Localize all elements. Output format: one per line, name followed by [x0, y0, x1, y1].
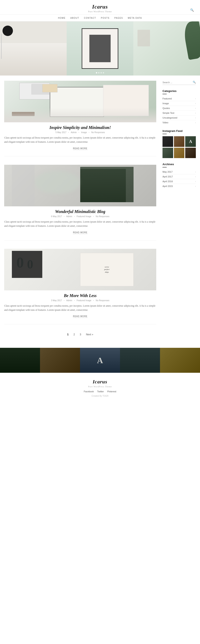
page-1[interactable]: 1	[66, 332, 70, 336]
categories-list: Featured› Image› Quotes› Simple Text› Un…	[162, 96, 196, 125]
footer-gallery: A	[0, 348, 200, 373]
read-more-1[interactable]: Read More	[73, 147, 88, 150]
sidebar: 🔍 Categories Featured› Image› Quotes› Si…	[162, 81, 196, 342]
archive-april-2017[interactable]: April 2017›	[162, 174, 196, 179]
article-image-1	[4, 81, 156, 122]
footer-link-facebook[interactable]: Facebook	[84, 390, 94, 393]
page-3[interactable]: 3	[79, 332, 82, 336]
footer-gallery-4	[120, 348, 160, 373]
instagram-thumb-1[interactable]	[162, 136, 173, 147]
nav-contact[interactable]: CONTACT	[84, 17, 96, 19]
categories-divider	[162, 94, 167, 94]
article-excerpt-2: Class aptent taciti sociosqu ad litora t…	[4, 220, 156, 228]
category-image[interactable]: Image›	[162, 101, 196, 106]
category-uncategorized[interactable]: Uncategorized›	[162, 116, 196, 120]
pagination-next[interactable]: Next »	[85, 332, 94, 336]
archive-may-2017[interactable]: May 2017›	[162, 170, 196, 174]
hero-slider	[0, 22, 200, 76]
article-meta-3: 3 May 2017 • Admin • Featured Image • No…	[4, 299, 156, 302]
post-comments-3: No Responses	[96, 299, 109, 302]
page-2[interactable]: 2	[73, 332, 76, 336]
header-search-icon[interactable]: 🔍	[190, 8, 194, 12]
instagram-grid: A	[162, 136, 196, 158]
post-date-1: 5 May 2017	[55, 131, 66, 134]
post-author-3: Admin	[66, 299, 72, 302]
instagram-thumb-6[interactable]	[185, 148, 196, 158]
archive-april-2016[interactable]: April 2016›	[162, 179, 196, 184]
search-icon[interactable]: 🔍	[193, 81, 196, 84]
dot-1[interactable]	[96, 72, 97, 74]
post-author-2: Admin	[66, 215, 72, 218]
footer-links: Facebook Twitter Pinterest	[4, 390, 196, 393]
post-date-3: 3 May 2017	[51, 299, 62, 302]
nav-home[interactable]: HOME	[58, 17, 66, 19]
post-category-2: Featured Image	[77, 215, 91, 218]
dot-4[interactable]	[103, 72, 104, 74]
instagram-thumb-3[interactable]: A	[185, 136, 196, 147]
article-3: 0 screwperfectships Be More With Less 3 …	[4, 249, 156, 324]
categories-section: Categories Featured› Image› Quotes› Simp…	[162, 90, 196, 125]
site-footer: Icarus Pure WordPress Theme Facebook Twi…	[0, 373, 200, 401]
article-title-1: Inspire Simplicity and Minimalism!	[4, 125, 156, 130]
post-date-2: 6 May 2017	[51, 215, 62, 218]
article-title-3: Be More With Less	[4, 293, 156, 298]
archive-april-2015[interactable]: April 2015›	[162, 184, 196, 188]
instagram-thumb-5[interactable]	[174, 148, 184, 158]
main-nav: HOME ABOUT CONTACT POSTS PAGES META DATA	[0, 14, 200, 22]
nav-posts[interactable]: POSTS	[101, 17, 109, 19]
instagram-title: Instagram Feed	[162, 130, 196, 132]
footer-title: Icarus	[4, 379, 196, 384]
article-meta-2: 6 May 2017 • Admin • Featured Image • No…	[4, 215, 156, 218]
pagination: 1 2 3 Next »	[4, 332, 156, 336]
footer-gallery-1	[0, 348, 40, 373]
nav-about[interactable]: ABOUT	[70, 17, 79, 19]
search-input[interactable]	[162, 81, 193, 84]
dot-2[interactable]	[98, 72, 100, 74]
instagram-thumb-4[interactable]	[162, 148, 173, 158]
categories-title: Categories	[162, 90, 196, 92]
hero-slide-1	[0, 22, 67, 76]
read-more-2[interactable]: Read More	[73, 231, 88, 234]
nav-pages[interactable]: PAGES	[114, 17, 123, 19]
footer-gallery-2	[40, 348, 80, 373]
category-video[interactable]: Video›	[162, 120, 196, 125]
article-excerpt-3: Class aptent taciti sociosqu ad litora t…	[4, 304, 156, 312]
article-2: Wonderful Minimalistic Blog 6 May 2017 •…	[4, 165, 156, 240]
instagram-section: Instagram Feed A	[162, 130, 196, 158]
hat-decoration	[3, 26, 13, 36]
footer-gallery-3: A	[80, 348, 120, 373]
archives-section: Archives May 2017› April 2017› April 201…	[162, 163, 196, 188]
category-quotes[interactable]: Quotes›	[162, 106, 196, 111]
main-container: Inspire Simplicity and Minimalism! 5 May…	[0, 76, 200, 348]
hero-slide-3	[133, 22, 200, 76]
footer-link-pinterest[interactable]: Pinterest	[107, 390, 116, 393]
post-comments-1: No Responses	[91, 131, 105, 134]
site-header: Icarus Pure WordPress Theme 🔍	[0, 0, 200, 14]
site-tagline: Pure WordPress Theme	[0, 10, 200, 13]
footer-link-twitter[interactable]: Twitter	[97, 390, 104, 393]
content-area: Inspire Simplicity and Minimalism! 5 May…	[4, 81, 156, 342]
footer-tagline: Pure WordPress Theme	[4, 386, 196, 388]
article-image-2	[4, 165, 156, 206]
site-title: Icarus	[0, 4, 200, 10]
instagram-thumb-2[interactable]	[174, 136, 184, 147]
frame-decoration	[82, 28, 118, 69]
nav-meta[interactable]: META DATA	[128, 17, 142, 19]
read-more-3[interactable]: Read More	[73, 315, 88, 318]
sidebar-search-container: 🔍	[162, 81, 196, 85]
archives-divider	[162, 167, 167, 168]
category-featured[interactable]: Featured›	[162, 96, 196, 101]
hero-slide-2	[67, 22, 133, 76]
category-simple-text[interactable]: Simple Text›	[162, 111, 196, 116]
footer-gallery-5	[160, 348, 200, 373]
dot-3[interactable]	[101, 72, 102, 74]
instagram-divider	[162, 134, 167, 134]
article-title-2: Wonderful Minimalistic Blog	[4, 209, 156, 214]
archives-list: May 2017› April 2017› April 2016› April …	[162, 170, 196, 188]
article-excerpt-1: Class aptent taciti sociosqu ad litora t…	[4, 136, 156, 144]
article-image-3: 0 screwperfectships	[4, 249, 156, 290]
article-meta-1: 5 May 2017 • Admin • Image • No Response…	[4, 131, 156, 134]
post-category-3: Featured Image	[77, 299, 91, 302]
archives-title: Archives	[162, 163, 196, 166]
post-comments-2: No Responses	[96, 215, 109, 218]
